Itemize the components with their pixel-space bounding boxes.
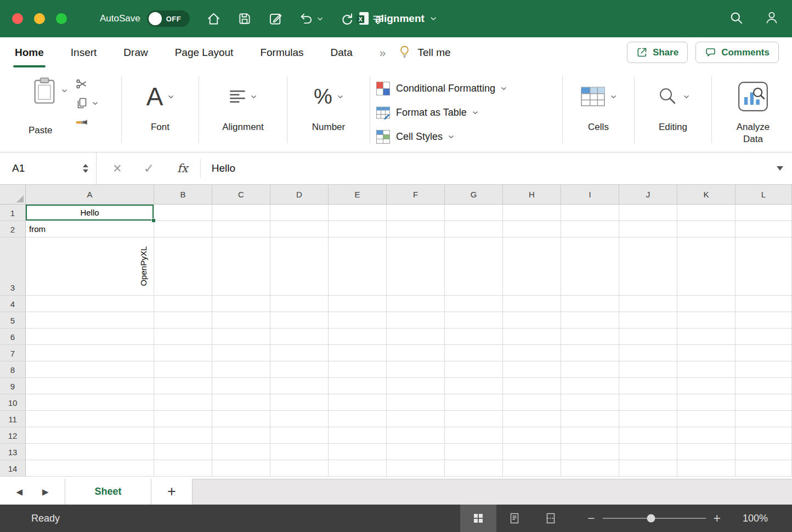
close-window-button[interactable] [12,13,23,24]
normal-view-button[interactable] [460,505,496,532]
cell-I9[interactable] [561,378,619,394]
cell-L7[interactable] [736,345,792,361]
column-header-F[interactable]: F [387,185,445,205]
column-header-E[interactable]: E [329,185,387,205]
cell-F10[interactable] [387,394,445,411]
cell-L13[interactable] [736,444,792,460]
tab-formulas[interactable]: Formulas [260,37,303,67]
sheet-tab-sheet[interactable]: Sheet [65,479,151,505]
fullscreen-window-button[interactable] [56,13,67,24]
cell-D10[interactable] [270,394,329,411]
cell-B7[interactable] [154,345,212,361]
row-header-1[interactable]: 1 [0,205,26,221]
tabs-overflow-button[interactable]: » [380,46,386,59]
cell-K6[interactable] [677,329,736,345]
tab-insert[interactable]: Insert [71,37,97,67]
cell-J8[interactable] [619,361,677,378]
cell-I1[interactable] [561,205,619,221]
cell-I2[interactable] [561,221,619,237]
cell-J2[interactable] [619,221,677,237]
cell-G11[interactable] [445,411,503,427]
cell-J7[interactable] [619,345,677,361]
cell-H3[interactable] [503,237,561,296]
cell-H1[interactable] [503,205,561,221]
cell-C4[interactable] [212,296,270,312]
cell-I8[interactable] [561,361,619,378]
cell-L2[interactable] [736,221,792,237]
cell-C11[interactable] [212,411,270,427]
cell-D1[interactable] [270,205,329,221]
profile-button[interactable] [763,9,780,28]
cell-K4[interactable] [677,296,736,312]
cell-C3[interactable] [212,237,270,296]
zoom-slider-thumb[interactable] [647,514,655,523]
cell-C12[interactable] [212,427,270,444]
cells-group[interactable]: Cells [568,71,629,152]
cell-C7[interactable] [212,345,270,361]
cell-J6[interactable] [619,329,677,345]
cell-J9[interactable] [619,378,677,394]
cell-E1[interactable] [329,205,387,221]
row-header-11[interactable]: 11 [0,411,26,427]
cell-G10[interactable] [445,394,503,411]
row-header-6[interactable]: 6 [0,329,26,345]
cell-I12[interactable] [561,427,619,444]
cell-L10[interactable] [736,394,792,411]
column-header-H[interactable]: H [503,185,561,205]
row-header-13[interactable]: 13 [0,444,26,460]
cell-L1[interactable] [736,205,792,221]
cell-styles-button[interactable]: Cell Styles [376,124,454,149]
cell-J5[interactable] [619,312,677,329]
cell-B14[interactable] [154,460,212,477]
cell-I5[interactable] [561,312,619,329]
cell-G6[interactable] [445,329,503,345]
cell-J4[interactable] [619,296,677,312]
document-title[interactable]: X alignment [355,11,437,26]
cell-D7[interactable] [270,345,329,361]
cell-A13[interactable] [26,444,154,460]
column-header-L[interactable]: L [736,185,792,205]
cell-K5[interactable] [677,312,736,329]
formula-input[interactable]: Hello [212,162,235,174]
cell-L8[interactable] [736,361,792,378]
zoom-slider[interactable] [603,518,706,519]
cell-H11[interactable] [503,411,561,427]
cell-D5[interactable] [270,312,329,329]
cell-B3[interactable] [154,237,212,296]
cell-E5[interactable] [329,312,387,329]
cell-F5[interactable] [387,312,445,329]
cell-E2[interactable] [329,221,387,237]
row-header-4[interactable]: 4 [0,296,26,312]
row-header-5[interactable]: 5 [0,312,26,329]
cell-F6[interactable] [387,329,445,345]
cell-J12[interactable] [619,427,677,444]
minimize-window-button[interactable] [34,13,45,24]
cell-D4[interactable] [270,296,329,312]
comments-button[interactable]: Comments [695,42,779,63]
cell-B9[interactable] [154,378,212,394]
cell-G14[interactable] [445,460,503,477]
cell-G13[interactable] [445,444,503,460]
cell-H6[interactable] [503,329,561,345]
column-header-I[interactable]: I [561,185,619,205]
cell-B1[interactable] [154,205,212,221]
cell-G9[interactable] [445,378,503,394]
column-header-A[interactable]: A [26,185,154,205]
cell-L11[interactable] [736,411,792,427]
page-layout-view-button[interactable] [496,505,533,532]
column-header-D[interactable]: D [270,185,329,205]
cell-B11[interactable] [154,411,212,427]
cell-E10[interactable] [329,394,387,411]
cell-E12[interactable] [329,427,387,444]
home-button[interactable] [206,12,221,26]
cell-B13[interactable] [154,444,212,460]
cell-J3[interactable] [619,237,677,296]
cell-F12[interactable] [387,427,445,444]
cell-J11[interactable] [619,411,677,427]
next-sheet-icon[interactable]: ▶ [42,487,49,497]
row-header-14[interactable]: 14 [0,460,26,477]
cell-D2[interactable] [270,221,329,237]
cell-D13[interactable] [270,444,329,460]
cell-F11[interactable] [387,411,445,427]
cell-I4[interactable] [561,296,619,312]
